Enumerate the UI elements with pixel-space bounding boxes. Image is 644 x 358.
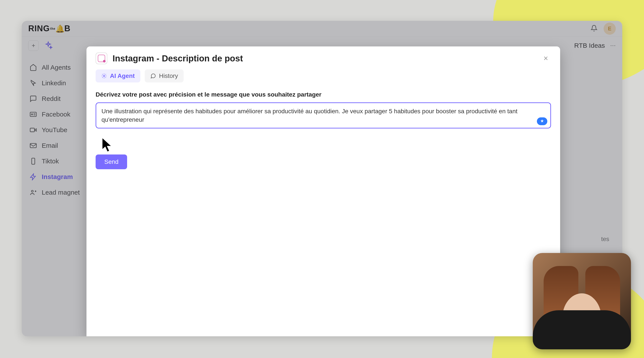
enhance-button[interactable]	[537, 117, 547, 125]
modal-tabs: AI Agent History	[86, 69, 560, 88]
send-button[interactable]: Send	[96, 155, 127, 169]
modal-title: Instagram - Description de post	[112, 54, 243, 63]
webcam-overlay	[533, 253, 631, 349]
modal-overlay: Instagram - Description de post × AI Age…	[22, 21, 622, 336]
modal-header: Instagram - Description de post ×	[86, 46, 560, 69]
tab-label: AI Agent	[110, 72, 135, 79]
modal-body: Décrivez votre post avec précision et le…	[86, 88, 560, 173]
svg-point-6	[104, 75, 105, 77]
tab-history[interactable]: History	[145, 69, 184, 82]
app-window: RING the 🔔 B E + RTB Ideas ⋯ All Agents	[22, 21, 622, 336]
form-label: Décrivez votre post avec précision et le…	[96, 91, 551, 98]
textarea-content[interactable]: Une illustration qui représente des habi…	[102, 107, 545, 124]
tab-ai-agent[interactable]: AI Agent	[96, 69, 140, 82]
close-icon[interactable]: ×	[540, 53, 551, 64]
tab-label: History	[159, 72, 178, 79]
instagram-icon	[96, 52, 107, 64]
description-input[interactable]: Une illustration qui représente des habi…	[96, 102, 551, 129]
modal: Instagram - Description de post × AI Age…	[86, 46, 560, 336]
